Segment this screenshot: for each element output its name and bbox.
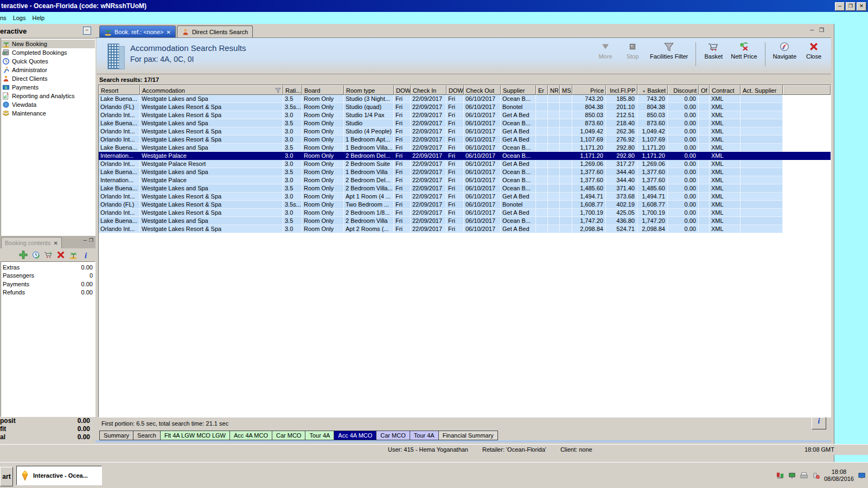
pane-restore-icon[interactable] <box>819 27 824 33</box>
sidebar-item-quick-quotes[interactable]: Quick Quotes <box>1 57 95 66</box>
sidebar-item-reporting-and-analytics[interactable]: Reporting and Analytics <box>1 92 95 100</box>
info-button[interactable] <box>812 417 826 429</box>
column-header-check-out[interactable]: Check Out <box>464 85 501 95</box>
column-header-nr[interactable]: NR <box>548 85 560 95</box>
basket-button[interactable]: Basket <box>704 41 723 60</box>
column-header-er[interactable]: Er <box>536 85 548 95</box>
column-header-discount[interactable]: Discount <box>668 85 699 95</box>
navigate-button[interactable]: Navigate <box>773 41 796 60</box>
move-to-basket-icon[interactable] <box>44 251 53 259</box>
sidebar-item-direct-clients[interactable]: Direct Clients <box>1 74 95 83</box>
printer-tray-icon[interactable] <box>800 471 808 480</box>
cell-accommodation: Westgate Lakes and Spa <box>140 217 283 225</box>
column-header-of[interactable]: Of <box>699 85 710 95</box>
result-row-5[interactable]: Orlando Int...Westgate Lakes Resort & Sp… <box>99 127 831 136</box>
result-row-15[interactable]: Orlando Int...Westgate Lakes Resort & Sp… <box>99 209 831 217</box>
palm-tree-icon[interactable] <box>69 251 78 259</box>
result-row-8[interactable]: Internation...Westgate Palace3.0Room Onl… <box>99 152 831 160</box>
close-tab-icon[interactable] <box>53 240 58 246</box>
maximize-button[interactable] <box>846 2 856 11</box>
booking-row-extras[interactable]: Extras 0.00 <box>1 263 95 272</box>
sidebar-item-viewdata[interactable]: Viewdata <box>1 100 95 109</box>
column-header-incl-fl-pp[interactable]: Incl.Fl.PP <box>606 85 637 95</box>
sidebar-item-payments[interactable]: $Payments <box>1 83 95 92</box>
filter-funnel-icon[interactable] <box>275 87 281 93</box>
show-desktop-icon[interactable] <box>858 471 866 480</box>
column-header-supplier[interactable]: Supplier <box>501 85 536 95</box>
bottom-tab-acc-4a-mco[interactable]: Acc 4A MCO <box>230 431 272 440</box>
close-tab-icon[interactable] <box>167 29 171 35</box>
booking-row-refunds[interactable]: Refunds 0.00 <box>1 288 95 297</box>
bottom-tab-flt-4a-lgw-mco-lgw[interactable]: Flt 4A LGW MCO LGW <box>161 431 230 440</box>
info-icon[interactable]: i <box>81 251 90 259</box>
result-row-3[interactable]: Orlando Int...Westgate Lakes Resort & Sp… <box>99 111 831 119</box>
tab-booking-contents[interactable]: Booking contents <box>1 237 62 248</box>
result-row-14[interactable]: Orlando (FL)Westgate Lakes Resort & Spa3… <box>99 201 831 209</box>
panel-minimize-icon[interactable] <box>84 237 87 243</box>
collapse-panel-button[interactable] <box>83 27 91 35</box>
result-row-4[interactable]: Lake Buena...Westgate Lakes and Spa3.5Ro… <box>99 119 831 127</box>
sidebar-item-administrator[interactable]: Administrator <box>1 66 95 74</box>
column-header-resort[interactable]: Resort <box>99 85 140 95</box>
network-tray-icon[interactable] <box>776 471 784 480</box>
bottom-tab-car-mco[interactable]: Car MCO <box>376 431 410 440</box>
column-header-room-type[interactable]: Room type <box>344 85 394 95</box>
result-row-13[interactable]: Orlando Int...Westgate Lakes Resort & Sp… <box>99 192 831 201</box>
delete-icon[interactable] <box>56 251 65 259</box>
bottom-tab-acc-4a-mco[interactable]: Acc 4A MCO <box>334 431 376 440</box>
display-tray-icon[interactable] <box>788 471 796 480</box>
column-header-act-supplier[interactable]: Act. Supplier <box>741 85 783 95</box>
column-header-rati[interactable]: Rati... <box>283 85 302 95</box>
pane-minimize-icon[interactable] <box>810 27 814 33</box>
column-header-contract[interactable]: Contract <box>710 85 741 95</box>
bottom-tab-car-mco[interactable]: Car MCO <box>272 431 305 440</box>
status-user: User: 415 - Hema Yoganathan <box>388 446 468 453</box>
result-row-9[interactable]: Orlando Int...Westgate Palace Resort3.0R… <box>99 160 831 168</box>
tab-booking-ref[interactable]: Book. ref.: <none> <box>99 25 176 37</box>
stop-button[interactable]: Stop <box>623 41 642 60</box>
booking-row-passengers[interactable]: Passengers 0 <box>1 272 95 280</box>
column-header-dow[interactable]: DOW <box>394 85 411 95</box>
sidebar-item-completed-bookings[interactable]: Completed Bookings <box>1 48 95 57</box>
result-row-7[interactable]: Lake Buena...Westgate Lakes and Spa3.5Ro… <box>99 144 831 152</box>
column-header-board[interactable]: Board <box>302 85 344 95</box>
column-header-check-in[interactable]: Check In <box>411 85 446 95</box>
bottom-tab-financial-summary[interactable]: Financial Summary <box>439 431 498 440</box>
column-header-dow[interactable]: DOW <box>446 85 464 95</box>
column-header-ms[interactable]: MS <box>560 85 572 95</box>
result-row-16[interactable]: Lake Buena...Westgate Lakes and Spa3.5Ro… <box>99 217 831 225</box>
bottom-tab-summary[interactable]: Summary <box>99 431 133 440</box>
taskbar-item-interactive[interactable]: Interactive - Ocea... <box>16 466 102 485</box>
menu-item-help[interactable]: Help <box>31 14 50 22</box>
close-button[interactable] <box>857 2 866 11</box>
tab-direct-clients-search[interactable]: Direct Clients Search <box>177 25 253 37</box>
column-header-accommodation[interactable]: Accommodation <box>140 85 283 95</box>
close-button[interactable]: Close <box>804 41 824 60</box>
result-row-2[interactable]: Orlando (FL)Westgate Lakes Resort & Spa3… <box>99 103 831 111</box>
add-icon[interactable] <box>19 251 28 259</box>
nett-price-button[interactable]: Nett Price <box>731 41 757 60</box>
column-header-basket[interactable]: Basket <box>637 85 668 95</box>
result-row-12[interactable]: Lake Buena...Westgate Lakes and Spa3.5Ro… <box>99 184 831 192</box>
availability-clock-icon[interactable] <box>31 251 40 259</box>
bottom-tab-tour-4a[interactable]: Tour 4A <box>410 431 439 440</box>
minimize-button[interactable] <box>835 2 845 11</box>
result-row-10[interactable]: Lake Buena...Westgate Lakes and Spa3.5Ro… <box>99 168 831 176</box>
column-header-price[interactable]: Price <box>572 85 606 95</box>
more-button[interactable]: More <box>596 41 615 60</box>
result-row-1[interactable]: Lake Buena...Westgate Lakes and Spa3.5Ro… <box>99 95 831 103</box>
bottom-tab-search[interactable]: Search <box>133 431 161 440</box>
menu-item-logs[interactable]: Logs <box>12 14 31 22</box>
sidebar-item-maintenance[interactable]: Maintenance <box>1 109 95 118</box>
result-row-6[interactable]: Orlando Int...Westgate Lakes Resort & Sp… <box>99 136 831 144</box>
start-button[interactable]: art <box>0 467 13 486</box>
facilities-filter-button[interactable]: Facilities Filter <box>650 41 688 60</box>
panel-restore-icon[interactable] <box>89 237 93 243</box>
booking-row-payments[interactable]: Payments 0.00 <box>1 280 95 288</box>
modem-tray-icon[interactable] <box>812 471 820 480</box>
sidebar-item-new-booking[interactable]: New Booking <box>1 40 95 48</box>
menu-item-options[interactable]: ns <box>0 14 12 22</box>
result-row-17[interactable]: Orlando Int...Westgate Lakes Resort & Sp… <box>99 225 831 233</box>
bottom-tab-tour-4a[interactable]: Tour 4A <box>305 431 334 440</box>
result-row-11[interactable]: Internation...Westgate Palace3.0Room Onl… <box>99 176 831 184</box>
